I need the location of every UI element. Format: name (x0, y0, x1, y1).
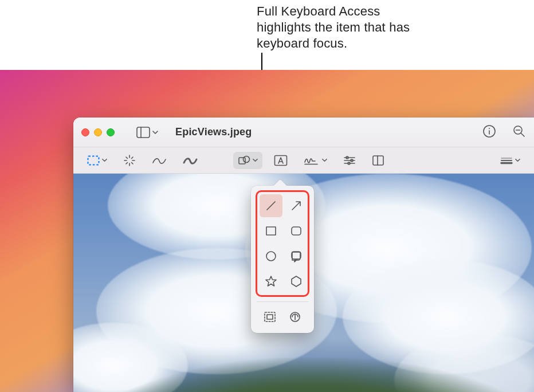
svg-line-15 (126, 162, 128, 164)
shape-polygon-button[interactable] (285, 270, 308, 293)
markup-toolbar (73, 147, 534, 174)
svg-point-4 (489, 128, 489, 128)
line-icon (264, 199, 278, 213)
draw-tool-button[interactable] (178, 153, 202, 168)
popover-divider (257, 301, 308, 302)
sign-tool-button[interactable] (299, 152, 332, 168)
arrow-icon (289, 199, 303, 213)
svg-rect-41 (267, 315, 273, 319)
loupe-button[interactable] (284, 307, 307, 327)
chevron-down-icon (102, 158, 107, 163)
crop-tool-button[interactable] (367, 152, 389, 169)
svg-line-6 (521, 133, 524, 136)
svg-marker-38 (266, 276, 276, 286)
shape-line-button[interactable] (260, 194, 282, 217)
svg-point-36 (266, 252, 276, 261)
svg-line-32 (267, 202, 275, 210)
titlebar: EpicViews.jpeg (73, 117, 534, 147)
text-box-icon (274, 155, 288, 166)
info-icon[interactable] (482, 124, 496, 140)
shape-rounded-rectangle-button[interactable] (285, 219, 308, 242)
svg-rect-37 (292, 252, 301, 259)
sparkle-icon (123, 154, 136, 167)
zoom-button[interactable] (107, 128, 115, 136)
chevron-down-icon (253, 158, 258, 163)
rounded-rectangle-icon (289, 224, 303, 238)
draw-icon (183, 156, 198, 165)
zoom-out-icon[interactable] (512, 124, 526, 140)
window-title: EpicViews.jpeg (175, 126, 252, 138)
chevron-down-icon (322, 158, 327, 163)
signature-icon (304, 155, 320, 166)
svg-line-14 (132, 162, 134, 164)
svg-line-13 (126, 157, 128, 159)
svg-rect-40 (265, 312, 275, 322)
image-content (73, 358, 534, 392)
shape-arrow-button[interactable] (285, 194, 308, 217)
shape-style-button[interactable] (496, 154, 525, 167)
shape-rectangle-button[interactable] (260, 219, 282, 242)
svg-rect-19 (275, 155, 287, 165)
close-button[interactable] (81, 128, 89, 136)
callout-caption: Full Keyboard Access highlights the item… (257, 3, 429, 52)
svg-rect-8 (88, 156, 99, 164)
loupe-icon (288, 311, 302, 323)
chevron-down-icon (515, 158, 520, 163)
selection-tool-button[interactable] (83, 152, 112, 168)
rectangle-icon (264, 224, 278, 238)
sketch-tool-button[interactable] (147, 153, 171, 168)
text-tool-button[interactable] (269, 152, 292, 169)
highlight-mask-icon (263, 311, 277, 323)
sidebar-icon (136, 127, 150, 138)
svg-marker-39 (292, 276, 301, 287)
sidebar-toggle-button[interactable] (133, 124, 162, 140)
shape-oval-button[interactable] (260, 245, 282, 268)
shapes-tool-button[interactable] (233, 152, 262, 169)
shapes-grid-focus-ring (256, 190, 309, 297)
adjust-color-button[interactable] (339, 152, 360, 168)
hexagon-icon (289, 275, 303, 288)
oval-icon (264, 249, 278, 263)
chevron-down-icon (152, 130, 158, 135)
shape-speech-bubble-button[interactable] (285, 245, 308, 268)
crop-icon (372, 155, 384, 166)
svg-rect-17 (239, 158, 245, 164)
svg-rect-35 (292, 227, 301, 235)
shapes-icon (238, 155, 250, 166)
svg-point-18 (244, 156, 250, 162)
sliders-icon (343, 155, 356, 166)
svg-line-16 (132, 157, 134, 159)
minimize-button[interactable] (94, 128, 102, 136)
speech-bubble-icon (289, 249, 303, 263)
svg-rect-27 (373, 156, 383, 165)
highlight-mask-button[interactable] (258, 307, 281, 327)
shape-star-button[interactable] (260, 270, 282, 293)
svg-rect-0 (137, 127, 150, 138)
svg-line-33 (292, 202, 300, 210)
sketch-icon (152, 156, 167, 165)
star-icon (264, 275, 278, 288)
shapes-popover (251, 186, 314, 333)
rectangular-selection-icon (87, 155, 100, 166)
instant-alpha-button[interactable] (119, 151, 140, 170)
line-weight-icon (500, 156, 513, 164)
svg-rect-34 (266, 227, 276, 235)
window-controls (81, 128, 115, 136)
